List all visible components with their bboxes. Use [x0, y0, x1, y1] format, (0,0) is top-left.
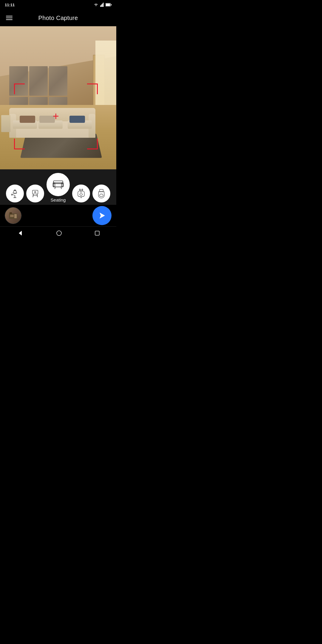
- svg-point-26: [79, 189, 80, 190]
- svg-line-25: [82, 190, 82, 193]
- category-item-sink[interactable]: [72, 185, 90, 202]
- lamp-circle[interactable]: [6, 185, 24, 202]
- camera-viewfinder[interactable]: +: [0, 26, 116, 169]
- svg-line-24: [80, 190, 80, 193]
- signal-icon: [100, 3, 104, 7]
- sink-circle[interactable]: [72, 185, 90, 202]
- photo-thumbnail[interactable]: [5, 207, 21, 224]
- action-bar: [0, 205, 116, 226]
- svg-rect-35: [10, 212, 12, 214]
- svg-rect-34: [14, 214, 17, 218]
- battery-icon: [106, 3, 112, 7]
- menu-button[interactable]: [5, 15, 14, 21]
- send-icon: [98, 211, 106, 220]
- category-item-seating[interactable]: Seating: [47, 173, 70, 202]
- send-button[interactable]: [92, 206, 112, 225]
- lamp-icon: [10, 188, 20, 199]
- svg-point-28: [80, 193, 82, 195]
- svg-rect-33: [10, 215, 14, 217]
- back-icon: [16, 230, 24, 237]
- sofa: [9, 95, 95, 138]
- side-table-icon: [30, 188, 40, 199]
- svg-rect-3: [103, 3, 104, 7]
- svg-point-13: [35, 191, 36, 193]
- svg-point-27: [82, 189, 83, 190]
- category-item-lamp[interactable]: [6, 185, 24, 202]
- svg-line-22: [61, 187, 61, 189]
- svg-rect-12: [32, 190, 38, 194]
- thumbnail-preview-icon: [9, 212, 17, 219]
- side-table-circle[interactable]: [26, 185, 44, 202]
- status-bar: 11:11: [0, 0, 116, 10]
- sink-icon: [76, 188, 86, 199]
- status-icons: [94, 3, 112, 7]
- svg-rect-5: [106, 4, 110, 6]
- nav-back-button[interactable]: [10, 227, 30, 239]
- svg-point-11: [11, 194, 13, 195]
- side-table-furniture: [1, 115, 10, 132]
- status-time: 11:11: [5, 3, 15, 7]
- page-title: Photo Capture: [14, 15, 103, 21]
- recent-icon: [95, 230, 100, 236]
- svg-rect-0: [100, 5, 101, 7]
- toilet-icon: [96, 188, 106, 199]
- svg-rect-39: [95, 231, 99, 235]
- seating-label: Seating: [51, 197, 66, 202]
- svg-marker-36: [100, 213, 105, 219]
- wall-panel: [49, 66, 67, 96]
- category-item-toilet[interactable]: [92, 185, 110, 202]
- category-items: Seating: [0, 173, 116, 202]
- svg-rect-1: [101, 4, 102, 7]
- nav-home-button[interactable]: [50, 228, 68, 239]
- header: Photo Capture: [0, 10, 116, 26]
- nav-bar: [0, 226, 116, 239]
- category-item-side-table[interactable]: [26, 185, 44, 202]
- toilet-circle[interactable]: [92, 185, 110, 202]
- svg-marker-37: [19, 231, 22, 236]
- svg-point-38: [57, 231, 61, 236]
- svg-rect-29: [100, 189, 103, 192]
- category-bar: Seating: [0, 169, 116, 205]
- svg-line-21: [55, 187, 55, 189]
- seating-icon: [52, 178, 65, 191]
- seating-circle[interactable]: [47, 173, 70, 196]
- svg-rect-2: [102, 4, 103, 7]
- home-icon: [56, 230, 62, 236]
- wall-panel: [29, 66, 48, 96]
- wifi-icon: [94, 3, 98, 7]
- svg-rect-6: [111, 4, 112, 6]
- svg-point-30: [100, 194, 103, 197]
- nav-recent-button[interactable]: [89, 228, 106, 238]
- wall-panel: [9, 66, 28, 96]
